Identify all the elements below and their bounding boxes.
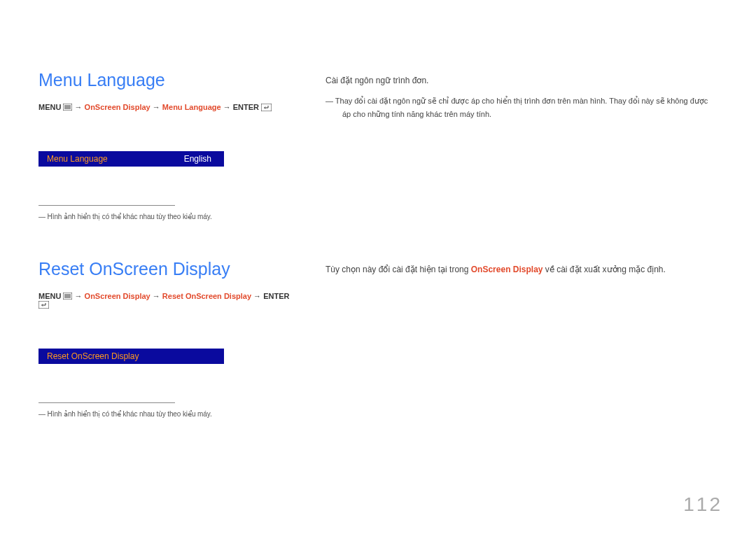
note-text: ― Thay đổi cài đặt ngôn ngữ sẽ chỉ được … xyxy=(326,94,718,120)
osd-label: Menu Language xyxy=(47,154,184,164)
breadcrumb-menu-language: MENU → OnScreen Display → Menu Language … xyxy=(38,103,290,113)
desc-pre: Tùy chọn này đổi cài đặt hiện tại trong xyxy=(326,265,471,274)
osd-label: Reset OnScreen Display xyxy=(47,351,211,361)
osd-value: English xyxy=(184,154,216,164)
description-text: Tùy chọn này đổi cài đặt hiện tại trong … xyxy=(326,263,718,276)
breadcrumb-enter: ENTER xyxy=(263,292,289,300)
enter-icon xyxy=(38,301,49,310)
breadcrumb-arrow: → xyxy=(253,292,261,300)
heading-reset-osd: Reset OnScreen Display xyxy=(38,259,290,279)
breadcrumb-item: Menu Language xyxy=(162,103,221,111)
breadcrumb-arrow: → xyxy=(75,103,83,111)
footnote-text: ― Hình ảnh hiển thị có thể khác nhau tùy… xyxy=(38,410,290,418)
breadcrumb-item: Reset OnScreen Display xyxy=(162,292,251,300)
enter-icon xyxy=(261,104,272,113)
menu-icon xyxy=(63,104,72,112)
breadcrumb-arrow: → xyxy=(75,292,83,300)
breadcrumb-menu-label: MENU xyxy=(38,292,61,300)
desc-osd-inline: OnScreen Display xyxy=(471,265,543,274)
footnote-divider xyxy=(38,205,175,206)
breadcrumb-reset-osd: MENU → OnScreen Display → Reset OnScreen… xyxy=(38,292,290,311)
osd-menu-bar-reset: Reset OnScreen Display xyxy=(38,349,224,364)
left-column: Menu Language MENU → OnScreen Display → … xyxy=(38,70,290,220)
section-menu-language: Menu Language MENU → OnScreen Display → … xyxy=(38,70,718,220)
right-column: Cài đặt ngôn ngữ trình đơn. ― Thay đổi c… xyxy=(326,70,718,220)
footnote-text: ― Hình ảnh hiển thị có thể khác nhau tùy… xyxy=(38,213,290,220)
breadcrumb-enter: ENTER xyxy=(233,103,259,111)
document-page: Menu Language MENU → OnScreen Display → … xyxy=(0,0,756,418)
section-reset-osd: Reset OnScreen Display MENU → OnScreen D… xyxy=(38,259,718,419)
breadcrumb-arrow: → xyxy=(223,103,231,111)
description-text: Cài đặt ngôn ngữ trình đơn. xyxy=(326,74,718,87)
heading-menu-language: Menu Language xyxy=(38,70,290,90)
breadcrumb-menu-label: MENU xyxy=(38,103,61,111)
footnote-divider xyxy=(38,402,175,403)
desc-post: về cài đặt xuất xưởng mặc định. xyxy=(542,265,665,274)
left-column: Reset OnScreen Display MENU → OnScreen D… xyxy=(38,259,290,419)
breadcrumb-osd: OnScreen Display xyxy=(85,292,150,300)
right-column: Tùy chọn này đổi cài đặt hiện tại trong … xyxy=(326,259,718,419)
breadcrumb-osd: OnScreen Display xyxy=(85,103,150,111)
osd-menu-bar-language: Menu Language English xyxy=(38,151,224,167)
page-number: 112 xyxy=(683,493,722,516)
breadcrumb-arrow: → xyxy=(153,103,160,111)
breadcrumb-arrow: → xyxy=(153,292,160,300)
menu-icon xyxy=(63,293,72,301)
